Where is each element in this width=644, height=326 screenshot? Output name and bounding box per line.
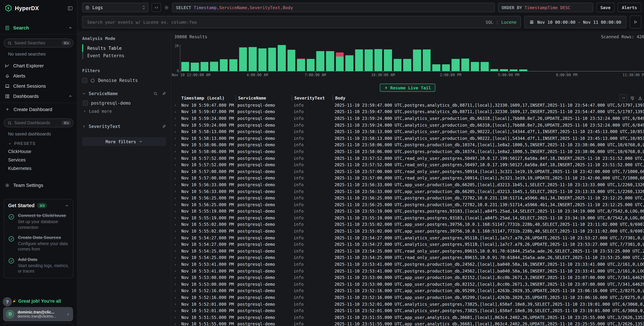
column-header-timestamp[interactable]: Timestamp (Local) [179, 96, 236, 101]
code-view-button[interactable] [620, 95, 627, 101]
filter-option-postgresql-demo[interactable]: postgresql-demo [83, 101, 166, 106]
table-row[interactable]: ›Nov 10 5:57:00.000 PMpostgresql-demoinf… [171, 175, 644, 181]
table-row[interactable]: ›Nov 10 5:58:13.000 PMpostgresql-demoinf… [171, 135, 644, 142]
sidebar-item-client-sessions[interactable]: Client Sessions [0, 81, 77, 91]
table-row[interactable]: ›Nov 10 5:54:25.000 PMpostgresql-demoinf… [171, 254, 644, 261]
column-header-servicename[interactable]: ServiceName [236, 96, 292, 101]
row-expand-chevron[interactable]: › [171, 308, 179, 313]
table-row[interactable]: ›Nov 10 5:53:00.000 PMpostgresql-demoinf… [171, 274, 644, 281]
table-row[interactable]: ›Nov 10 5:57:52.000 PMpostgresql-demoinf… [171, 155, 644, 162]
lucene-toggle[interactable]: Lucene [501, 20, 516, 25]
sql-editor-button[interactable] [152, 3, 161, 12]
alerts-button[interactable]: Alerts [618, 3, 641, 12]
row-expand-chevron[interactable]: › [171, 123, 179, 127]
table-row[interactable]: ›Nov 10 5:56:33.000 PMpostgresql-demoinf… [171, 181, 644, 188]
histogram-bar[interactable] [412, 45, 422, 71]
table-row[interactable]: ›Nov 10 5:59:47.000 PMpostgresql-demoinf… [171, 109, 644, 115]
preset-clickhouse[interactable]: ClickHouse [0, 147, 77, 156]
histogram-bar[interactable] [441, 45, 451, 71]
row-expand-chevron[interactable]: › [171, 163, 179, 167]
histogram-bar[interactable] [325, 45, 335, 71]
row-expand-chevron[interactable]: › [171, 209, 179, 214]
table-row[interactable]: ›Nov 10 5:53:41.000 PMpostgresql-demoinf… [171, 261, 644, 268]
histogram-bar[interactable] [200, 45, 209, 71]
histogram-bar[interactable] [538, 45, 548, 71]
row-expand-chevron[interactable]: › [171, 315, 179, 320]
row-expand-chevron[interactable]: › [171, 302, 179, 306]
histogram-bar[interactable] [615, 45, 625, 71]
histogram-bar[interactable] [451, 45, 460, 71]
pin-icon[interactable] [162, 91, 166, 96]
table-row[interactable]: ›Nov 10 5:54:27.000 PMpostgresql-demoinf… [171, 241, 644, 248]
histogram-bar[interactable] [567, 45, 576, 71]
row-expand-chevron[interactable]: › [171, 289, 179, 293]
row-expand-chevron[interactable]: › [171, 236, 179, 240]
row-expand-chevron[interactable]: › [171, 103, 179, 108]
histogram-bar[interactable] [258, 45, 267, 71]
histogram-bar[interactable] [316, 45, 325, 71]
table-row[interactable]: ›Nov 10 5:53:41.000 PMpostgresql-demoinf… [171, 268, 644, 274]
table-row[interactable]: ›Nov 10 5:59:24.000 PMpostgresql-demoinf… [171, 122, 644, 128]
create-dashboard-button[interactable]: + Create Dashboard [0, 103, 77, 114]
more-filters-button[interactable]: More filters [82, 137, 166, 146]
histogram-bar[interactable] [432, 45, 441, 71]
histogram-bar[interactable] [209, 45, 219, 71]
filter-group-servicename[interactable]: ServiceName [82, 91, 166, 96]
table-row[interactable]: ›Nov 10 5:54:25.000 PMpostgresql-demoinf… [171, 248, 644, 254]
wrap-text-icon[interactable] [630, 95, 635, 100]
denoise-results-filter[interactable]: Denoise Results [82, 78, 166, 83]
table-row[interactable]: ›Nov 10 5:55:19.000 PMpostgresql-demoinf… [171, 208, 644, 215]
histogram-bar[interactable] [470, 45, 480, 71]
source-select[interactable]: Logs [82, 3, 148, 12]
histogram-bar[interactable] [180, 45, 190, 71]
row-expand-chevron[interactable]: › [171, 322, 179, 326]
sidebar-collapse-icon[interactable] [67, 5, 73, 11]
table-row[interactable]: ›Nov 10 5:56:25.000 PMpostgresql-demoinf… [171, 195, 644, 201]
order-by-input[interactable]: ORDER BY TimestampTime DESC [498, 3, 593, 12]
table-row[interactable]: ›Nov 10 5:51:55.000 PMpostgresql-demoinf… [171, 321, 644, 326]
histogram-bar[interactable] [383, 45, 393, 71]
histogram-bar[interactable] [296, 45, 306, 71]
histogram-bar[interactable] [557, 45, 567, 71]
row-expand-chevron[interactable]: › [171, 269, 179, 273]
row-expand-chevron[interactable]: › [171, 282, 179, 286]
denoise-checkbox[interactable] [82, 78, 87, 83]
pin-icon[interactable] [162, 124, 166, 129]
chevron-up-icon[interactable] [64, 203, 69, 208]
histogram-bar[interactable] [190, 45, 200, 71]
source-settings-gear-icon[interactable] [164, 5, 169, 10]
row-expand-chevron[interactable]: › [171, 110, 179, 114]
saved-dashboards-input[interactable]: Saved Dashboards ⌘K [4, 119, 74, 127]
histogram-bar[interactable] [335, 45, 344, 71]
table-row[interactable]: ›Nov 10 5:58:06.000 PMpostgresql-demoinf… [171, 142, 644, 148]
histogram-bar[interactable] [509, 45, 518, 71]
load-more-button[interactable]: Load more [83, 109, 166, 114]
table-row[interactable]: ›Nov 10 5:52:01.000 PMpostgresql-demoinf… [171, 301, 644, 307]
row-expand-chevron[interactable]: › [171, 295, 179, 300]
search-input[interactable] [86, 19, 482, 25]
histogram-bar[interactable] [374, 45, 383, 71]
row-expand-chevron[interactable]: › [171, 149, 179, 154]
table-row[interactable]: ›Nov 10 5:53:00.000 PMpostgresql-demoinf… [171, 281, 644, 287]
table-row[interactable]: ›Nov 10 5:58:06.000 PMpostgresql-demoinf… [171, 148, 644, 155]
row-expand-chevron[interactable]: › [171, 169, 179, 174]
table-row[interactable]: ›Nov 10 5:54:27.000 PMpostgresql-demoinf… [171, 235, 644, 241]
histogram-bar[interactable] [480, 45, 490, 71]
download-icon[interactable] [638, 95, 643, 100]
language-toggle[interactable]: SQL | Lucene [486, 20, 516, 25]
histogram-bar[interactable] [219, 45, 229, 71]
saved-searches-input[interactable]: Saved Searches ⌘K [4, 39, 74, 47]
table-row[interactable]: ›Nov 10 5:55:02.000 PMpostgresql-demoinf… [171, 221, 644, 228]
histogram-bar[interactable] [267, 45, 277, 71]
table-row[interactable]: ›Nov 10 5:55:02.000 PMpostgresql-demoinf… [171, 228, 644, 235]
row-expand-chevron[interactable]: › [171, 275, 179, 280]
histogram-bar[interactable] [490, 45, 499, 71]
presets-section-header[interactable]: PRESETS [0, 138, 77, 147]
row-expand-chevron[interactable]: › [171, 130, 179, 134]
row-expand-chevron[interactable]: › [171, 229, 179, 233]
date-range-picker[interactable]: Nov 10 00:00:00 - Nov 11 00:00:00 [524, 16, 626, 28]
mode-results-table[interactable]: Results Table [82, 44, 166, 52]
table-row[interactable]: ›Nov 10 5:52:16.000 PMpostgresql-demoinf… [171, 287, 644, 294]
save-button[interactable]: Save [596, 3, 614, 12]
histogram-bar[interactable] [306, 45, 316, 71]
